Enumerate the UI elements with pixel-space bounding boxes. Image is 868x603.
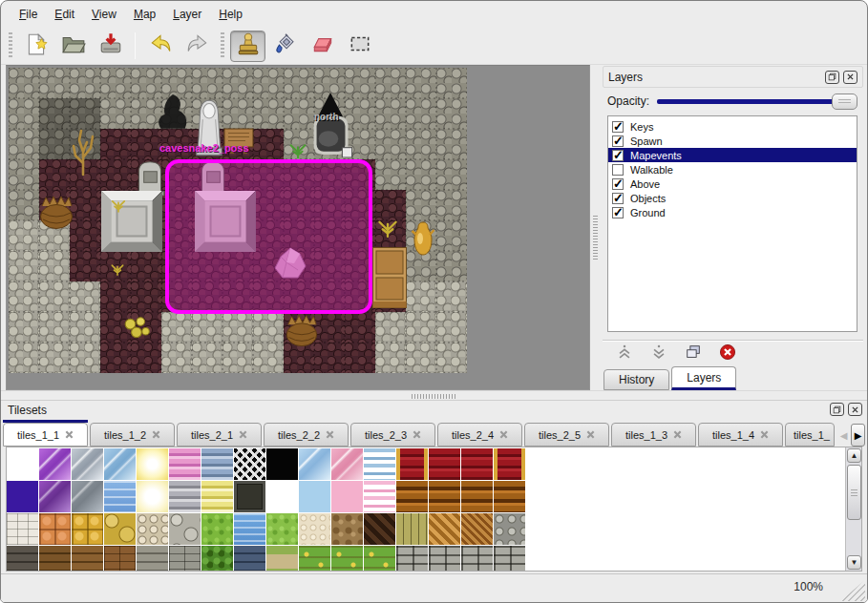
palette-tile-brick-gray-lt[interactable]	[494, 546, 525, 572]
tileset-tab-tiles_1_[interactable]: tiles_1_	[785, 423, 835, 447]
close-tab-icon[interactable]	[760, 430, 769, 439]
raise-layer-button[interactable]	[614, 344, 635, 364]
toolbar-grip[interactable]	[221, 32, 224, 59]
layer-row-keys[interactable]: Keys	[608, 119, 857, 134]
palette-tile-carpet-red-edge[interactable]	[396, 448, 428, 480]
float-panel-button[interactable]	[825, 71, 839, 84]
palette-tile-carpet-brown[interactable]	[429, 481, 460, 512]
palette-tile-empty[interactable]	[266, 481, 298, 512]
palette-tile-carpet-red-edge[interactable]	[494, 448, 525, 480]
palette-tile-stone-white[interactable]	[7, 513, 38, 545]
menu-edit[interactable]: Edit	[46, 3, 83, 26]
palette-tile-brick-gray-lt[interactable]	[429, 546, 460, 572]
palette-tile-carpet-brown[interactable]	[494, 481, 525, 512]
layer-visibility-checkbox[interactable]	[612, 178, 624, 190]
palette-tile-crystal-purple[interactable]	[39, 448, 71, 480]
palette-tile-grass-flowers[interactable]	[299, 546, 330, 572]
palette-tile-water[interactable]	[234, 513, 265, 545]
resize-grip[interactable]	[840, 580, 865, 601]
palette-tile-brick-gray-lt[interactable]	[461, 546, 493, 572]
scroll-tabs-right-button[interactable]: ▶	[851, 424, 865, 447]
toolbar-grip[interactable]	[9, 32, 12, 59]
tileset-tab-tiles_2_4[interactable]: tiles_2_4	[437, 423, 522, 447]
horizontal-splitter[interactable]	[1, 390, 867, 401]
palette-tile-planks[interactable]	[396, 513, 428, 545]
close-tab-icon[interactable]	[673, 430, 682, 439]
scroll-down-button[interactable]: ▼	[847, 555, 861, 570]
menu-help[interactable]: Help	[210, 3, 251, 26]
layer-visibility-checkbox[interactable]	[612, 150, 624, 161]
close-tab-icon[interactable]	[499, 430, 508, 439]
menu-view[interactable]: View	[83, 3, 125, 26]
palette-tile-sign-dark[interactable]	[234, 481, 265, 512]
scrollbar-thumb[interactable]	[847, 465, 861, 520]
new-file-button[interactable]	[18, 31, 53, 62]
tileset-tab-tiles_2_1[interactable]: tiles_2_1	[177, 423, 262, 447]
menu-layer[interactable]: Layer	[164, 3, 210, 26]
palette-tile-empty[interactable]	[7, 448, 38, 480]
duplicate-layer-button[interactable]	[683, 344, 704, 364]
redo-button[interactable]	[180, 31, 215, 62]
palette-tile-glow-yellow[interactable]	[137, 448, 168, 480]
layer-row-mapevents[interactable]: Mapevents	[608, 148, 857, 162]
palette-tile-wall-blue[interactable]	[234, 546, 265, 572]
float-panel-button[interactable]	[830, 403, 844, 416]
opacity-slider-handle[interactable]	[832, 94, 857, 110]
tileset-tab-tiles_2_3[interactable]: tiles_2_3	[350, 423, 435, 447]
delete-layer-button[interactable]	[717, 344, 738, 364]
tab-history[interactable]: History	[603, 369, 669, 390]
palette-tile-stripes-bw[interactable]	[364, 448, 395, 480]
palette-tile-logs[interactable]	[494, 513, 525, 545]
layer-row-objects[interactable]: Objects	[608, 191, 857, 205]
palette-tile-crystal-blue-lt[interactable]	[299, 448, 330, 480]
opacity-slider[interactable]	[657, 94, 857, 110]
layer-visibility-checkbox[interactable]	[612, 121, 624, 133]
menu-map[interactable]: Map	[125, 3, 164, 26]
palette-tile-grass2[interactable]	[266, 513, 298, 545]
palette-tile-grass-flowers[interactable]	[364, 546, 395, 572]
palette-tile-tiles-orange[interactable]	[39, 513, 71, 545]
palette-tile-stripes-yellow[interactable]	[201, 481, 233, 512]
palette-tile-stones-gray[interactable]	[169, 513, 201, 545]
palette-tile-tiles-gold[interactable]	[72, 513, 103, 545]
layer-row-ground[interactable]: Ground	[608, 205, 857, 219]
palette-tile-carpet-red[interactable]	[429, 448, 460, 480]
palette-tile-black[interactable]	[266, 448, 298, 480]
palette-tile-indigo[interactable]	[7, 481, 38, 512]
palette-tile-crystal-blue[interactable]	[104, 448, 136, 480]
palette-tile-wall-brown[interactable]	[39, 546, 71, 572]
palette-tile-grass-flowers[interactable]	[331, 546, 363, 572]
palette-scrollbar[interactable]: ▲ ▼	[845, 447, 861, 571]
palette-tile-crystal-gray-dk[interactable]	[72, 481, 103, 512]
layer-visibility-checkbox[interactable]	[612, 207, 624, 218]
layer-visibility-checkbox[interactable]	[612, 135, 624, 147]
close-tab-icon[interactable]	[65, 430, 74, 439]
eraser-button[interactable]	[305, 31, 340, 62]
close-tab-icon[interactable]	[413, 430, 421, 439]
tileset-tab-tiles_2_2[interactable]: tiles_2_2	[264, 423, 349, 447]
open-folder-button[interactable]	[55, 31, 91, 62]
palette-tile-wood-dark[interactable]	[364, 513, 395, 545]
palette-tile-crystal-gray[interactable]	[72, 448, 103, 480]
palette-tile-flat-blue[interactable]	[299, 481, 330, 512]
tileset-tab-tiles_2_5[interactable]: tiles_2_5	[524, 423, 609, 447]
close-tab-icon[interactable]	[586, 430, 595, 439]
palette-tile-hedge[interactable]	[201, 546, 233, 572]
tileset-palette[interactable]: ▲ ▼	[6, 447, 862, 572]
palette-tile-crystal-pink[interactable]	[331, 448, 363, 480]
layers-list[interactable]: KeysSpawnMapeventsWalkableAboveObjectsGr…	[607, 115, 857, 332]
tileset-tab-tiles_1_4[interactable]: tiles_1_4	[698, 423, 783, 447]
palette-tile-stripes-pink[interactable]	[169, 448, 201, 480]
palette-tile-wall-dark[interactable]	[7, 546, 38, 572]
palette-tile-sand[interactable]	[299, 513, 330, 545]
palette-tile-flat-pink[interactable]	[331, 481, 363, 512]
palette-tile-lattice[interactable]	[234, 448, 265, 480]
event-selection-rect[interactable]	[165, 159, 372, 314]
palette-tile-crystal-purple-dk[interactable]	[39, 481, 71, 512]
tileset-tab-tiles_1_3[interactable]: tiles_1_3	[611, 423, 696, 447]
lower-layer-button[interactable]	[648, 344, 669, 364]
layer-row-above[interactable]: Above	[608, 177, 857, 191]
menu-file[interactable]: File	[11, 3, 46, 26]
layer-visibility-checkbox[interactable]	[612, 193, 624, 204]
opacity-slider-track[interactable]	[657, 99, 856, 104]
